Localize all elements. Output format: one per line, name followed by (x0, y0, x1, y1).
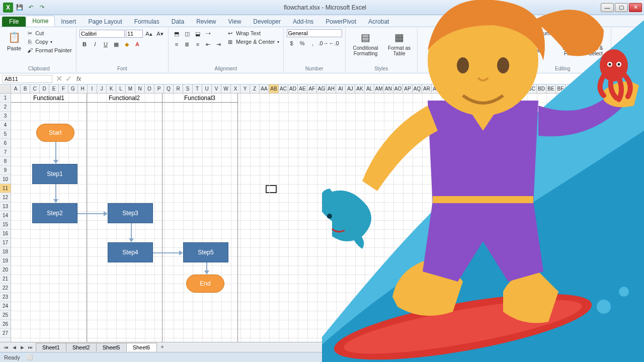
col-header-S[interactable]: S (183, 84, 193, 93)
col-header-AI[interactable]: AI (336, 84, 346, 93)
sheet-nav-next-icon[interactable]: ▶ (18, 343, 26, 351)
font-name-select[interactable] (79, 30, 125, 38)
percent-icon[interactable]: % (297, 39, 307, 48)
col-header-AV[interactable]: AV (460, 84, 470, 93)
align-top-icon[interactable]: ⬒ (172, 29, 182, 38)
inc-decimal-icon[interactable]: .0→ (318, 39, 329, 48)
row-header-18[interactable]: 18 (0, 247, 11, 256)
macro-record-icon[interactable]: ⬜ (26, 354, 33, 360)
underline-button[interactable]: U (101, 40, 111, 49)
col-header-AK[interactable]: AK (355, 84, 365, 93)
name-box[interactable] (2, 75, 52, 83)
col-header-AQ[interactable]: AQ (413, 84, 422, 93)
undo-icon[interactable]: ↶ (26, 3, 35, 12)
col-header-AT[interactable]: AT (441, 84, 451, 93)
col-header-R[interactable]: R (174, 84, 183, 93)
align-bottom-icon[interactable]: ⬓ (193, 29, 203, 38)
fill-color-button[interactable]: ◆ (122, 40, 132, 49)
col-header-AW[interactable]: AW (470, 84, 479, 93)
col-header-AS[interactable]: AS (432, 84, 441, 93)
format-as-table-button[interactable]: ▦Format as Table (385, 29, 414, 57)
col-header-G[interactable]: G (68, 84, 78, 93)
row-header-25[interactable]: 25 (0, 311, 11, 320)
col-header-P[interactable]: P (154, 84, 164, 93)
dec-decimal-icon[interactable]: ←.0 (329, 39, 339, 48)
col-header-A[interactable]: A (11, 84, 21, 93)
col-header-O[interactable]: O (145, 84, 154, 93)
flow-start[interactable]: Start (36, 124, 74, 142)
col-header-AB[interactable]: AB (269, 84, 279, 93)
wrap-text-button[interactable]: ↩Wrap Text (226, 29, 280, 37)
col-header-AD[interactable]: AD (288, 84, 298, 93)
enter-formula-icon[interactable]: ✓ (64, 74, 73, 83)
autosum-button[interactable]: ΣAutoSum▾ (518, 29, 555, 37)
format-painter-button[interactable]: 🖌Format Painter (25, 46, 73, 54)
sheet-tab-sheet5[interactable]: Sheet5 (96, 343, 127, 351)
tab-developer[interactable]: Developer (247, 17, 287, 27)
row-header-15[interactable]: 15 (0, 220, 11, 229)
col-header-K[interactable]: K (107, 84, 116, 93)
bold-button[interactable]: B (79, 40, 90, 49)
col-header-Z[interactable]: Z (250, 84, 260, 93)
indent-inc-icon[interactable]: ⇥ (214, 40, 224, 49)
grow-font-icon[interactable]: A▴ (144, 29, 154, 38)
col-header-V[interactable]: V (212, 84, 221, 93)
row-header-14[interactable]: 14 (0, 211, 11, 220)
flow-step3[interactable]: Step3 (108, 203, 153, 223)
col-header-AE[interactable]: AE (298, 84, 307, 93)
row-header-11[interactable]: 11 (0, 184, 11, 193)
row-header-13[interactable]: 13 (0, 202, 11, 211)
col-header-AN[interactable]: AN (384, 84, 393, 93)
sheet-tab-sheet1[interactable]: Sheet1 (36, 343, 66, 351)
select-all-corner[interactable] (0, 84, 11, 93)
indent-dec-icon[interactable]: ⇤ (203, 40, 213, 49)
col-header-AF[interactable]: AF (307, 84, 317, 93)
row-header-7[interactable]: 7 (0, 148, 11, 157)
fx-icon[interactable]: fx (73, 75, 84, 82)
row-header-20[interactable]: 20 (0, 265, 11, 275)
font-size-select[interactable] (126, 30, 143, 38)
row-header-3[interactable]: 3 (0, 112, 11, 121)
col-header-I[interactable]: I (88, 84, 97, 93)
col-header-BC[interactable]: BC (527, 84, 537, 93)
row-header-5[interactable]: 5 (0, 130, 11, 139)
conditional-formatting-button[interactable]: ▤Conditional Formatting (349, 29, 383, 57)
shrink-font-icon[interactable]: A▾ (155, 29, 165, 38)
formula-input[interactable] (84, 75, 644, 82)
col-header-AR[interactable]: AR (422, 84, 432, 93)
tab-addins[interactable]: Add-Ins (287, 17, 319, 27)
merge-center-button[interactable]: ⊞Merge & Center▾ (226, 38, 280, 46)
col-header-U[interactable]: U (202, 84, 212, 93)
tab-page-layout[interactable]: Page Layout (82, 17, 128, 27)
col-header-C[interactable]: C (30, 84, 40, 93)
col-header-AX[interactable]: AX (479, 84, 489, 93)
row-header-19[interactable]: 19 (0, 256, 11, 265)
font-color-button[interactable]: A (132, 40, 142, 49)
minimize-button[interactable]: — (601, 3, 614, 12)
col-header-J[interactable]: J (97, 84, 107, 93)
col-header-F[interactable]: F (59, 84, 68, 93)
number-format-select[interactable] (287, 29, 342, 37)
cancel-formula-icon[interactable]: ✕ (54, 74, 64, 83)
col-header-BD[interactable]: BD (537, 84, 546, 93)
sheet-nav-prev-icon[interactable]: ◀ (10, 343, 18, 351)
copy-button[interactable]: ⎘Copy▾ (25, 38, 73, 46)
cells-area[interactable]: Functional1Functional2Functional3StartSt… (11, 94, 644, 345)
save-icon[interactable]: 💾 (15, 3, 24, 12)
col-header-AA[interactable]: AA (260, 84, 269, 93)
sheet-tab-sheet6[interactable]: Sheet6 (126, 343, 157, 351)
col-header-H[interactable]: H (78, 84, 88, 93)
row-header-10[interactable]: 10 (0, 175, 11, 184)
col-header-BG[interactable]: BG (566, 84, 575, 93)
col-header-D[interactable]: D (40, 84, 49, 93)
col-header-Q[interactable]: Q (164, 84, 174, 93)
currency-icon[interactable]: $ (287, 39, 297, 48)
row-header-27[interactable]: 27 (0, 329, 11, 338)
col-header-W[interactable]: W (221, 84, 231, 93)
col-header-AZ[interactable]: AZ (499, 84, 508, 93)
col-header-BB[interactable]: BB (518, 84, 527, 93)
col-header-T[interactable]: T (193, 84, 202, 93)
border-button[interactable]: ▦ (111, 40, 121, 49)
maximize-button[interactable]: ▢ (615, 3, 628, 12)
col-header-AU[interactable]: AU (451, 84, 460, 93)
